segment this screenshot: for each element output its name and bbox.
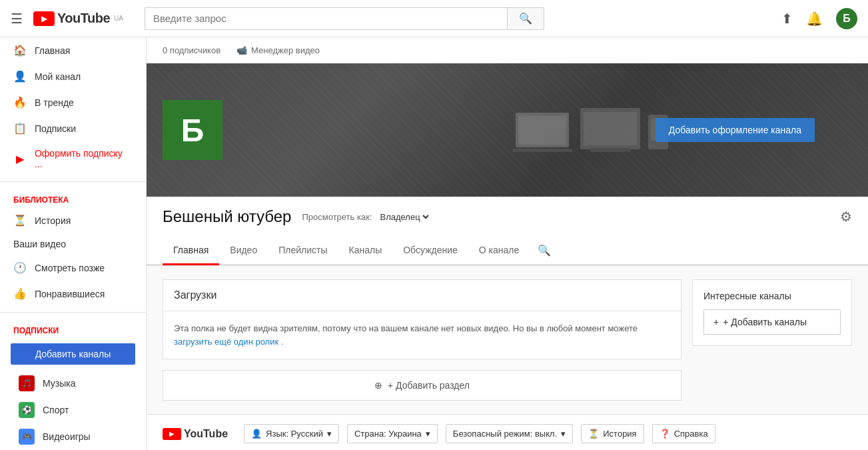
sidebar-item-history[interactable]: ⏳ История bbox=[0, 207, 146, 233]
channel-name: Бешеный ютубер bbox=[163, 207, 291, 226]
sidebar-label-liked: Понравившиеся bbox=[35, 289, 105, 299]
footer-controls: 👤 Язык: Русский ▾ Страна: Украина ▾ Безо… bbox=[244, 424, 715, 443]
sidebar-label-games: Видеоигры bbox=[43, 431, 91, 442]
sidebar-item-music[interactable]: 🎵 Музыка bbox=[0, 370, 146, 397]
footer-logo-icon bbox=[163, 428, 181, 440]
channel-name-area: Бешеный ютубер Просмотреть как: Владелец… bbox=[163, 207, 431, 226]
sidebar-label-history: История bbox=[35, 215, 71, 226]
my-channel-icon: 👤 bbox=[13, 70, 27, 83]
hamburger-menu-icon[interactable]: ☰ bbox=[11, 11, 23, 27]
tab-playlists[interactable]: Плейлисты bbox=[268, 237, 338, 265]
add-interesting-channels-button[interactable]: + + Добавить каналы bbox=[703, 309, 841, 335]
sidebar-label-trending: В тренде bbox=[35, 97, 74, 108]
sidebar: 🏠 Главная 👤 Мой канал 🔥 В тренде 📋 Подпи… bbox=[0, 37, 147, 450]
footer-language-button[interactable]: 👤 Язык: Русский ▾ bbox=[244, 424, 339, 443]
liked-icon: 👍 bbox=[13, 287, 27, 300]
channel-meta-bar: 0 подписчиков 📹 Менеджер видео bbox=[147, 37, 868, 63]
channel-banner[interactable]: Б Доба bbox=[147, 63, 868, 197]
add-channels-button[interactable]: Добавить каналы bbox=[11, 343, 135, 365]
tab-home[interactable]: Главная bbox=[163, 237, 219, 265]
footer-safe-mode-button[interactable]: Безопасный режим: выкл. ▾ bbox=[446, 424, 573, 443]
channel-header: 0 подписчиков 📹 Менеджер видео Б bbox=[147, 37, 868, 266]
youtube-logo-icon bbox=[33, 11, 55, 26]
sidebar-item-watch-later[interactable]: 🕐 Смотреть позже bbox=[0, 255, 146, 281]
language-dropdown-icon: ▾ bbox=[327, 429, 332, 439]
content-main: Загрузки Эта полка не будет видна зрител… bbox=[163, 279, 681, 401]
trending-icon: 🔥 bbox=[13, 96, 27, 109]
interesting-channels-title: Интересные каналы bbox=[703, 291, 841, 301]
sidebar-divider-2 bbox=[0, 312, 146, 313]
footer-language-label: Язык: Русский bbox=[266, 429, 323, 439]
upload-icon[interactable]: ⬆ bbox=[781, 11, 793, 27]
tab-search-icon[interactable]: 🔍 bbox=[530, 239, 559, 262]
footer-bar: YouTube 👤 Язык: Русский ▾ Страна: Украин… bbox=[147, 414, 868, 450]
sidebar-item-home[interactable]: 🏠 Главная bbox=[0, 37, 146, 63]
sidebar-label-watch-later: Смотреть позже bbox=[35, 263, 105, 273]
content-area: Загрузки Эта полка не будет видна зрител… bbox=[147, 266, 868, 414]
tab-about[interactable]: О канале bbox=[468, 237, 530, 265]
content-sidebar: Интересные каналы + + Добавить каналы bbox=[692, 279, 852, 401]
add-channels-link-label: + Добавить каналы bbox=[723, 317, 807, 327]
tab-videos[interactable]: Видео bbox=[219, 237, 268, 265]
channel-info-bar: Бешеный ютубер Просмотреть как: Владелец… bbox=[147, 197, 868, 237]
sidebar-subscriptions-title: ПОДПИСКИ bbox=[0, 318, 146, 338]
uploads-section-title: Загрузки bbox=[163, 280, 681, 311]
sidebar-item-sport[interactable]: ⚽ Спорт bbox=[0, 397, 146, 423]
uploads-empty-text: Эта полка не будет видна зрителям, потом… bbox=[174, 322, 670, 348]
footer-country-label: Страна: Украина bbox=[354, 429, 422, 439]
youtube-logo-text: YouTube bbox=[57, 11, 110, 26]
add-channel-art-button[interactable]: Добавить оформление канала bbox=[655, 118, 815, 142]
view-as-select[interactable]: Владелец Зритель bbox=[377, 211, 431, 223]
footer-safe-mode-label: Безопасный режим: выкл. bbox=[453, 429, 557, 439]
footer-country-button[interactable]: Страна: Украина ▾ bbox=[347, 424, 438, 443]
home-icon: 🏠 bbox=[13, 44, 27, 57]
country-dropdown-icon: ▾ bbox=[426, 429, 430, 439]
header-right: ⬆ 🔔 Б bbox=[781, 8, 857, 29]
sidebar-item-premium[interactable]: ▶ Оформить подписку ... bbox=[0, 141, 146, 176]
video-manager-link[interactable]: 📹 Менеджер видео bbox=[236, 45, 320, 55]
sidebar-label-premium: Оформить подписку ... bbox=[35, 148, 133, 169]
history-btn-icon: ⏳ bbox=[588, 429, 599, 439]
sidebar-library-title: БИБЛИОТЕКА bbox=[0, 187, 146, 207]
layout: 🏠 Главная 👤 Мой канал 🔥 В тренде 📋 Подпи… bbox=[0, 37, 868, 450]
add-section-circle-icon: ⊕ bbox=[374, 380, 382, 391]
games-icon: 🎮 bbox=[19, 429, 35, 445]
subscribers-count: 0 подписчиков bbox=[163, 45, 220, 55]
sidebar-item-my-channel[interactable]: 👤 Мой канал bbox=[0, 63, 146, 89]
settings-gear-icon[interactable]: ⚙ bbox=[840, 209, 852, 225]
sidebar-your-videos-label: Ваши видео bbox=[0, 233, 146, 255]
sidebar-item-subscriptions[interactable]: 📋 Подписки bbox=[0, 115, 146, 141]
subscriptions-icon: 📋 bbox=[13, 122, 27, 135]
sidebar-label-music: Музыка bbox=[43, 378, 76, 389]
banner-avatar: Б bbox=[163, 100, 222, 160]
upload-link[interactable]: загрузить ещё один ролик bbox=[174, 337, 278, 347]
tab-channels[interactable]: Каналы bbox=[338, 237, 393, 265]
sidebar-divider-1 bbox=[0, 181, 146, 182]
uploads-section-body: Эта полка не будет видна зрителям, потом… bbox=[163, 311, 681, 359]
main-content: 0 подписчиков 📹 Менеджер видео Б bbox=[147, 37, 868, 450]
view-as-label: Просмотреть как: bbox=[302, 212, 372, 222]
tab-discussion[interactable]: Обсуждение bbox=[392, 237, 468, 265]
sidebar-label-home: Главная bbox=[35, 45, 70, 56]
footer-history-label: История bbox=[603, 429, 636, 439]
view-as-area: Просмотреть как: Владелец Зритель bbox=[302, 211, 431, 223]
add-channels-plus-icon: + bbox=[713, 317, 719, 327]
header: ☰ YouTubeUA 🔍 ⬆ 🔔 Б bbox=[0, 0, 868, 37]
search-button[interactable]: 🔍 bbox=[507, 7, 544, 30]
language-icon: 👤 bbox=[251, 429, 262, 439]
search-input[interactable] bbox=[145, 7, 507, 30]
sidebar-label-my-channel: Мой канал bbox=[35, 71, 81, 82]
footer-history-button[interactable]: ⏳ История bbox=[581, 424, 644, 443]
footer-help-button[interactable]: ❓ Справка bbox=[652, 424, 715, 443]
sport-icon: ⚽ bbox=[19, 402, 35, 418]
add-section-button[interactable]: ⊕ + Добавить раздел bbox=[163, 370, 681, 401]
logo-area[interactable]: YouTubeUA bbox=[33, 11, 123, 26]
sidebar-item-games[interactable]: 🎮 Видеоигры bbox=[0, 423, 146, 450]
sidebar-item-trending[interactable]: 🔥 В тренде bbox=[0, 89, 146, 115]
banner-devices bbox=[512, 108, 668, 152]
avatar-button[interactable]: Б bbox=[836, 8, 857, 29]
sidebar-item-liked[interactable]: 👍 Понравившиеся bbox=[0, 281, 146, 307]
premium-icon: ▶ bbox=[13, 153, 27, 165]
bell-icon[interactable]: 🔔 bbox=[806, 11, 823, 27]
help-icon: ❓ bbox=[659, 429, 670, 439]
